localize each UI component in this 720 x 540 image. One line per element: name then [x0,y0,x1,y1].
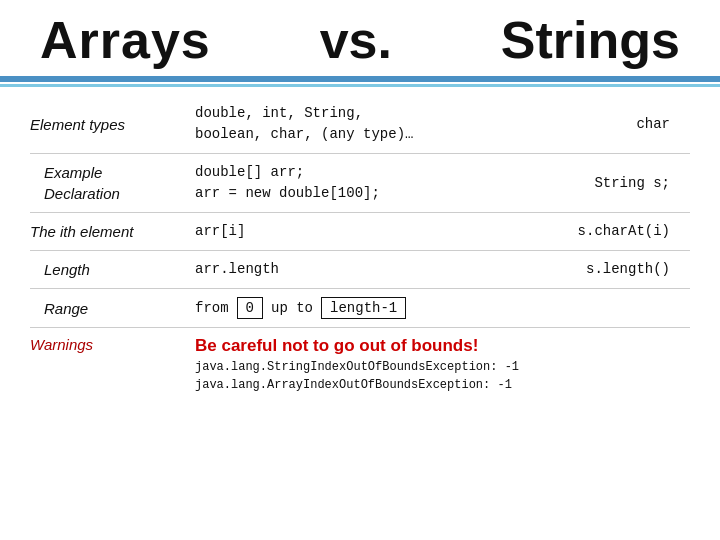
row-ith-element: The ith element arr[i] s.charAt(i) [30,213,690,251]
label-length: Length [30,259,195,280]
row-warnings: Warnings Be careful not to go out of bou… [30,328,690,400]
row-range: Range from 0 up to length-1 [30,289,690,328]
warnings-code1: java.lang.StringIndexOutOfBoundsExceptio… [195,360,690,374]
title-strings: Strings [501,10,680,70]
range-zero: 0 [237,297,263,319]
table-area: Element types double, int, String,boolea… [0,91,720,540]
arrays-element-types: double, int, String,boolean, char, (any … [195,103,443,145]
range-upto: up to [271,300,313,316]
strings-ith-element: s.charAt(i) [443,221,691,242]
arrays-length: arr.length [195,259,443,280]
warnings-content: Be careful not to go out of bounds! java… [195,336,690,392]
row-length: Length arr.length s.length() [30,251,690,289]
divider-thin [0,84,720,87]
title-arrays: Arrays [40,10,211,70]
warnings-main-text: Be careful not to go out of bounds! [195,336,690,356]
label-example-declaration: ExampleDeclaration [30,162,195,204]
divider-thick [0,76,720,82]
strings-length: s.length() [443,259,691,280]
range-length-minus: length-1 [321,297,406,319]
arrays-ith-element: arr[i] [195,221,443,242]
range-from: from [195,300,229,316]
page: Arrays vs. Strings Element types double,… [0,0,720,540]
strings-example-declaration: String s; [443,173,691,194]
label-element-types: Element types [30,114,195,135]
label-range: Range [30,298,195,319]
arrays-example-declaration: double[] arr;arr = new double[100]; [195,162,443,204]
label-ith-element: The ith element [30,221,195,242]
title-vs: vs. [320,10,392,70]
divider-group [0,76,720,87]
strings-element-types: char [443,114,691,135]
range-content: from 0 up to length-1 [195,297,690,319]
warnings-code2: java.lang.ArrayIndexOutOfBoundsException… [195,378,690,392]
row-example-declaration: ExampleDeclaration double[] arr;arr = ne… [30,154,690,213]
row-element-types: Element types double, int, String,boolea… [30,95,690,154]
header: Arrays vs. Strings [0,0,720,76]
label-warnings: Warnings [30,336,195,353]
